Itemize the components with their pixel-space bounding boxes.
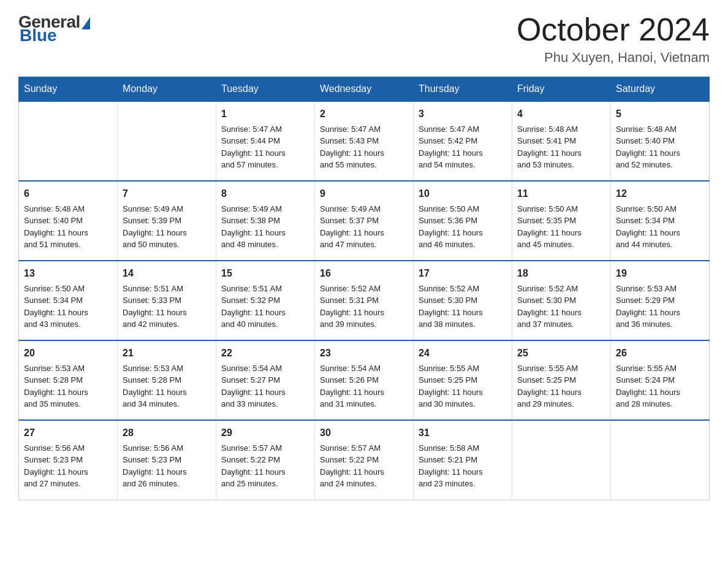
calendar-day-cell: 25Sunrise: 5:55 AM Sunset: 5:25 PM Dayli…	[512, 340, 611, 420]
day-info: Sunrise: 5:57 AM Sunset: 5:22 PM Dayligh…	[221, 442, 309, 490]
day-number: 14	[123, 266, 211, 282]
calendar-day-cell: 5Sunrise: 5:48 AM Sunset: 5:40 PM Daylig…	[611, 101, 710, 181]
calendar-day-cell	[118, 101, 216, 181]
calendar-day-cell	[19, 101, 118, 181]
day-info: Sunrise: 5:51 AM Sunset: 5:33 PM Dayligh…	[123, 283, 211, 331]
day-info: Sunrise: 5:51 AM Sunset: 5:32 PM Dayligh…	[221, 283, 309, 331]
day-number: 2	[320, 107, 408, 122]
day-of-week-wednesday: Wednesday	[315, 77, 414, 102]
day-info: Sunrise: 5:50 AM Sunset: 5:34 PM Dayligh…	[24, 283, 112, 331]
day-info: Sunrise: 5:49 AM Sunset: 5:38 PM Dayligh…	[221, 203, 309, 251]
calendar-day-cell	[611, 420, 710, 500]
day-number: 6	[24, 186, 112, 202]
day-info: Sunrise: 5:55 AM Sunset: 5:25 PM Dayligh…	[517, 362, 605, 410]
calendar-day-cell: 31Sunrise: 5:58 AM Sunset: 5:21 PM Dayli…	[414, 420, 512, 500]
calendar-week-row: 27Sunrise: 5:56 AM Sunset: 5:23 PM Dayli…	[19, 420, 710, 500]
calendar-day-cell: 4Sunrise: 5:48 AM Sunset: 5:41 PM Daylig…	[512, 101, 611, 181]
day-number: 4	[517, 107, 605, 122]
location-text: Phu Xuyen, Hanoi, Vietnam	[517, 50, 710, 66]
day-info: Sunrise: 5:49 AM Sunset: 5:39 PM Dayligh…	[123, 203, 211, 251]
day-info: Sunrise: 5:53 AM Sunset: 5:28 PM Dayligh…	[24, 362, 112, 410]
calendar-day-cell: 28Sunrise: 5:56 AM Sunset: 5:23 PM Dayli…	[118, 420, 216, 500]
calendar-day-cell: 2Sunrise: 5:47 AM Sunset: 5:43 PM Daylig…	[315, 101, 414, 181]
calendar-week-row: 13Sunrise: 5:50 AM Sunset: 5:34 PM Dayli…	[19, 261, 710, 340]
day-number: 26	[616, 346, 704, 361]
calendar-week-row: 20Sunrise: 5:53 AM Sunset: 5:28 PM Dayli…	[19, 340, 710, 420]
day-number: 23	[320, 346, 408, 361]
calendar-day-cell: 23Sunrise: 5:54 AM Sunset: 5:26 PM Dayli…	[315, 340, 414, 420]
calendar-day-cell: 18Sunrise: 5:52 AM Sunset: 5:30 PM Dayli…	[512, 261, 611, 340]
calendar-day-cell: 20Sunrise: 5:53 AM Sunset: 5:28 PM Dayli…	[19, 340, 118, 420]
day-info: Sunrise: 5:52 AM Sunset: 5:31 PM Dayligh…	[320, 283, 408, 331]
day-info: Sunrise: 5:52 AM Sunset: 5:30 PM Dayligh…	[517, 283, 605, 331]
day-number: 12	[616, 186, 704, 202]
day-info: Sunrise: 5:50 AM Sunset: 5:34 PM Dayligh…	[616, 203, 704, 251]
day-number: 17	[419, 266, 507, 282]
day-number: 1	[221, 107, 309, 122]
calendar-day-cell: 10Sunrise: 5:50 AM Sunset: 5:36 PM Dayli…	[414, 181, 512, 261]
day-info: Sunrise: 5:58 AM Sunset: 5:21 PM Dayligh…	[419, 442, 507, 490]
calendar-week-row: 6Sunrise: 5:48 AM Sunset: 5:40 PM Daylig…	[19, 181, 710, 261]
day-info: Sunrise: 5:55 AM Sunset: 5:24 PM Dayligh…	[616, 362, 704, 410]
day-info: Sunrise: 5:48 AM Sunset: 5:41 PM Dayligh…	[517, 123, 605, 171]
day-info: Sunrise: 5:47 AM Sunset: 5:44 PM Dayligh…	[221, 123, 309, 171]
day-of-week-friday: Friday	[512, 77, 611, 102]
day-number: 9	[320, 186, 408, 202]
day-info: Sunrise: 5:54 AM Sunset: 5:27 PM Dayligh…	[221, 362, 309, 410]
page-header: General Blue October 2024 Phu Xuyen, Han…	[18, 12, 710, 66]
calendar-day-cell: 14Sunrise: 5:51 AM Sunset: 5:33 PM Dayli…	[118, 261, 216, 340]
calendar-day-cell: 8Sunrise: 5:49 AM Sunset: 5:38 PM Daylig…	[216, 181, 315, 261]
day-info: Sunrise: 5:50 AM Sunset: 5:36 PM Dayligh…	[419, 203, 507, 251]
day-number: 22	[221, 346, 309, 361]
day-info: Sunrise: 5:52 AM Sunset: 5:30 PM Dayligh…	[419, 283, 507, 331]
day-info: Sunrise: 5:48 AM Sunset: 5:40 PM Dayligh…	[616, 123, 704, 171]
day-info: Sunrise: 5:53 AM Sunset: 5:29 PM Dayligh…	[616, 283, 704, 331]
month-title: October 2024	[517, 12, 710, 47]
title-section: October 2024 Phu Xuyen, Hanoi, Vietnam	[517, 12, 710, 66]
calendar-day-cell: 16Sunrise: 5:52 AM Sunset: 5:31 PM Dayli…	[315, 261, 414, 340]
day-info: Sunrise: 5:49 AM Sunset: 5:37 PM Dayligh…	[320, 203, 408, 251]
logo: General Blue	[18, 12, 90, 45]
day-info: Sunrise: 5:56 AM Sunset: 5:23 PM Dayligh…	[24, 442, 112, 490]
calendar-day-cell: 15Sunrise: 5:51 AM Sunset: 5:32 PM Dayli…	[216, 261, 315, 340]
calendar-table: SundayMondayTuesdayWednesdayThursdayFrid…	[18, 77, 710, 500]
calendar-day-cell: 19Sunrise: 5:53 AM Sunset: 5:29 PM Dayli…	[611, 261, 710, 340]
calendar-day-cell: 1Sunrise: 5:47 AM Sunset: 5:44 PM Daylig…	[216, 101, 315, 181]
day-number: 29	[221, 426, 309, 441]
calendar-day-cell: 30Sunrise: 5:57 AM Sunset: 5:22 PM Dayli…	[315, 420, 414, 500]
day-number: 3	[419, 107, 507, 122]
calendar-day-cell: 24Sunrise: 5:55 AM Sunset: 5:25 PM Dayli…	[414, 340, 512, 420]
logo-blue-text: Blue	[20, 26, 57, 45]
calendar-day-cell: 7Sunrise: 5:49 AM Sunset: 5:39 PM Daylig…	[118, 181, 216, 261]
day-number: 31	[419, 426, 507, 441]
day-number: 28	[123, 426, 211, 441]
day-info: Sunrise: 5:47 AM Sunset: 5:43 PM Dayligh…	[320, 123, 408, 171]
calendar-day-cell: 12Sunrise: 5:50 AM Sunset: 5:34 PM Dayli…	[611, 181, 710, 261]
day-number: 24	[419, 346, 507, 361]
day-info: Sunrise: 5:57 AM Sunset: 5:22 PM Dayligh…	[320, 442, 408, 490]
day-number: 10	[419, 186, 507, 202]
day-number: 16	[320, 266, 408, 282]
day-number: 20	[24, 346, 112, 361]
calendar-week-row: 1Sunrise: 5:47 AM Sunset: 5:44 PM Daylig…	[19, 101, 710, 181]
calendar-day-cell: 22Sunrise: 5:54 AM Sunset: 5:27 PM Dayli…	[216, 340, 315, 420]
day-of-week-tuesday: Tuesday	[216, 77, 315, 102]
day-number: 25	[517, 346, 605, 361]
day-number: 11	[517, 186, 605, 202]
day-number: 30	[320, 426, 408, 441]
day-info: Sunrise: 5:48 AM Sunset: 5:40 PM Dayligh…	[24, 203, 112, 251]
day-number: 5	[616, 107, 704, 122]
calendar-day-cell: 3Sunrise: 5:47 AM Sunset: 5:42 PM Daylig…	[414, 101, 512, 181]
calendar-day-cell: 13Sunrise: 5:50 AM Sunset: 5:34 PM Dayli…	[19, 261, 118, 340]
day-info: Sunrise: 5:56 AM Sunset: 5:23 PM Dayligh…	[123, 442, 211, 490]
day-of-week-monday: Monday	[118, 77, 216, 102]
day-number: 7	[123, 186, 211, 202]
calendar-day-cell: 21Sunrise: 5:53 AM Sunset: 5:28 PM Dayli…	[118, 340, 216, 420]
day-number: 19	[616, 266, 704, 282]
day-number: 8	[221, 186, 309, 202]
calendar-day-cell: 6Sunrise: 5:48 AM Sunset: 5:40 PM Daylig…	[19, 181, 118, 261]
calendar-day-cell: 11Sunrise: 5:50 AM Sunset: 5:35 PM Dayli…	[512, 181, 611, 261]
calendar-day-cell: 29Sunrise: 5:57 AM Sunset: 5:22 PM Dayli…	[216, 420, 315, 500]
calendar-day-cell: 17Sunrise: 5:52 AM Sunset: 5:30 PM Dayli…	[414, 261, 512, 340]
calendar-day-cell: 9Sunrise: 5:49 AM Sunset: 5:37 PM Daylig…	[315, 181, 414, 261]
